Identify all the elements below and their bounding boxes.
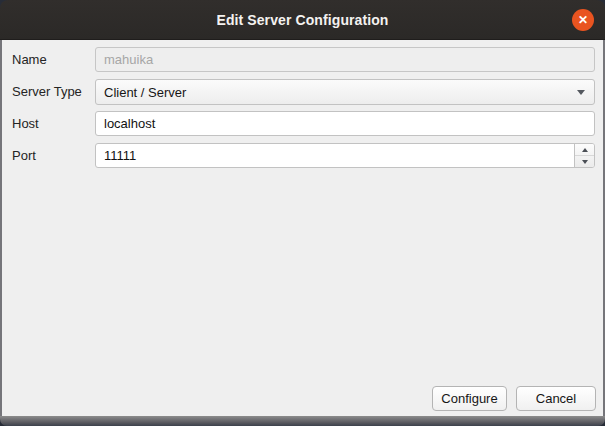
cancel-button[interactable]: Cancel [516, 386, 596, 411]
titlebar: Edit Server Configuration ✕ [0, 0, 605, 40]
server-type-label: Server Type [12, 79, 92, 105]
name-field [95, 47, 595, 72]
server-type-value: Client / Server [104, 85, 186, 100]
port-spinbox [95, 143, 595, 168]
port-spin-buttons [574, 144, 594, 167]
dialog-title: Edit Server Configuration [216, 12, 388, 28]
chevron-down-icon [577, 90, 585, 95]
spin-up-icon [582, 148, 588, 152]
name-label: Name [12, 47, 92, 72]
server-type-dropdown[interactable]: Client / Server [95, 79, 595, 105]
configure-button[interactable]: Configure [432, 386, 507, 411]
close-button[interactable]: ✕ [572, 9, 594, 31]
close-icon: ✕ [578, 14, 588, 26]
host-label: Host [12, 111, 92, 136]
spin-up-button[interactable] [575, 144, 594, 156]
port-field[interactable] [96, 144, 574, 167]
edit-server-configuration-dialog: Edit Server Configuration ✕ Name Server … [0, 0, 605, 426]
spin-down-button[interactable] [575, 156, 594, 167]
spin-down-icon [582, 160, 588, 164]
host-field[interactable] [95, 111, 595, 136]
dialog-body: Name Server Type Client / Server Host Po… [0, 40, 605, 416]
port-label: Port [12, 143, 92, 168]
window-bottom-border [0, 416, 605, 426]
